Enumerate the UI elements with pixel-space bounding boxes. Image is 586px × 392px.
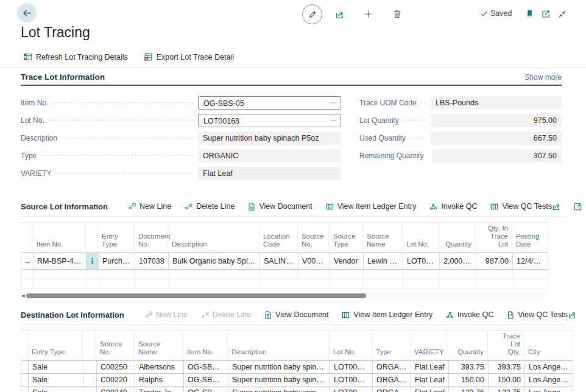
cell-lot-no[interactable]: LOT00168 (330, 374, 373, 387)
col-header-source-name[interactable]: Source Name (135, 331, 183, 360)
cell-source-no[interactable]: C00220 (97, 374, 135, 387)
cell-source-name[interactable]: Trader Joe's (135, 387, 184, 392)
cell-source-type[interactable]: Vendor (330, 253, 364, 270)
source-view-item-ledger-button[interactable]: View Item Ledger Entry (325, 202, 417, 211)
cell-city[interactable]: Los Angeles (525, 361, 573, 374)
collapse-button[interactable] (557, 9, 567, 19)
cell-qty-in-trace-lot[interactable]: 987.00 (476, 253, 513, 270)
cell-variety[interactable]: Flat Leaf (411, 387, 449, 392)
cell-quantity[interactable]: 123.75 (449, 387, 489, 392)
cell-city[interactable]: Los Angeles (525, 387, 573, 392)
cell-item-no[interactable]: OG-SBS-05 (184, 361, 228, 374)
share-icon[interactable] (568, 310, 577, 320)
row-menu-cell[interactable] (83, 361, 97, 374)
col-header-posting-date[interactable]: Posting Date (512, 223, 548, 252)
share-icon[interactable] (552, 201, 562, 211)
cell-entry-type[interactable]: Purchase (99, 253, 135, 270)
source-view-document-button[interactable]: View Document (247, 202, 312, 211)
row-menu-button[interactable]: ⋮ (86, 253, 99, 270)
col-header-document-no[interactable]: Document No. (135, 223, 168, 252)
delete-button[interactable] (392, 9, 402, 19)
col-header-item-no[interactable]: Item No. (33, 223, 86, 252)
row-selector[interactable] (21, 361, 29, 374)
cell-item-no[interactable]: OG-SBS-05 (184, 374, 228, 387)
destination-view-qc-tests-button[interactable]: View QC Tests (506, 310, 568, 320)
cell-type[interactable]: ORGANIC (373, 361, 411, 374)
share-button[interactable] (335, 9, 345, 19)
cell-source-name[interactable]: Ralphs (135, 374, 184, 387)
open-window-button[interactable] (541, 9, 551, 19)
cell-type[interactable]: ORGANIC (373, 387, 411, 392)
open-in-window-icon[interactable] (573, 202, 582, 211)
cell-location-code[interactable]: SALINAS (260, 253, 298, 270)
cell-source-no[interactable]: C00250 (97, 361, 135, 374)
cell-source-no[interactable]: C00240 (97, 387, 135, 392)
edit-button[interactable] (302, 4, 322, 24)
destination-invoke-qc-button[interactable]: Invoke QC (445, 310, 493, 320)
refresh-lot-tracing-button[interactable]: Refresh Lot Tracing Details (23, 52, 128, 61)
cell-variety[interactable]: Flat Leaf (411, 374, 449, 387)
col-header-location-code[interactable]: Location Code (259, 223, 298, 252)
cell-city[interactable]: Los Angeles (525, 374, 573, 387)
row-selector[interactable] (21, 387, 29, 392)
cell-lot-no[interactable]: LOT00168 (330, 361, 373, 374)
source-new-line-button[interactable]: New Line (127, 202, 171, 211)
horizontal-scrollbar[interactable]: ◀ (21, 293, 548, 299)
scroll-left-arrow[interactable]: ◀ (21, 293, 26, 299)
row-menu-cell[interactable] (83, 387, 97, 392)
source-invoke-qc-button[interactable]: Invoke QC (429, 202, 477, 211)
cell-lot-no[interactable]: LOT00167 (403, 253, 440, 270)
col-header-source-type[interactable]: Source Type (330, 223, 363, 252)
cell-lot-no[interactable]: LOT00168 (330, 387, 373, 392)
cell-document-no[interactable]: 107038 (135, 253, 169, 270)
cell-quantity[interactable]: 2,000.00 (440, 253, 476, 270)
cell-description[interactable]: Super nutrition baby spinach 5oz (228, 387, 330, 392)
destination-view-item-ledger-button[interactable]: View Item Ledger Entry (341, 310, 432, 320)
col-header-lot-no[interactable]: Lot No. (403, 223, 439, 252)
col-header-city[interactable]: City (524, 331, 573, 360)
col-header-entry-type[interactable]: Entry Type (28, 331, 83, 360)
item-no-assist-button[interactable]: ⋯ (330, 97, 337, 109)
col-header-entry-type[interactable]: Entry Type (98, 223, 135, 252)
destination-view-document-button[interactable]: View Document (264, 310, 328, 320)
col-header-description[interactable]: Description (168, 223, 259, 252)
col-header-source-no[interactable]: Source No. (298, 223, 330, 252)
source-delete-line-button[interactable]: Delete Line (184, 202, 235, 211)
cell-description[interactable]: Super nutrition baby spinach 5oz (228, 361, 330, 374)
col-header-source-no[interactable]: Source No. (96, 331, 135, 360)
add-button[interactable] (364, 9, 373, 19)
col-header-variety[interactable]: VARIETY (411, 331, 448, 360)
col-header-qty-in-trace-lot[interactable]: Qty. In Trace Lot (476, 223, 512, 252)
cell-entry-type[interactable]: Sale (29, 374, 83, 387)
cell-entry-type[interactable]: Sale (29, 361, 83, 374)
bookmark-button[interactable] (525, 9, 534, 18)
col-header-description[interactable]: Description (228, 331, 330, 360)
col-header-source-name[interactable]: Source Name (363, 223, 403, 252)
row-selector-arrow[interactable]: → (21, 253, 34, 270)
col-header-item-no[interactable]: Item No. (183, 331, 228, 360)
cell-quantity[interactable]: 150.00 (449, 374, 489, 387)
cell-trace-lot-qty[interactable]: 393.75 (489, 361, 525, 374)
col-header-trace-lot-qty[interactable]: Trace Lot Qty. (488, 331, 524, 360)
cell-variety[interactable]: Flat Leaf (411, 361, 449, 374)
cell-type[interactable]: ORGANIC (373, 374, 411, 387)
cell-source-name[interactable]: Lewin Farms (364, 253, 403, 270)
row-menu-cell[interactable] (83, 374, 97, 387)
col-header-type[interactable]: Type (372, 331, 411, 360)
col-header-quantity[interactable]: Quantity (448, 331, 488, 360)
cell-trace-lot-qty[interactable]: 150.00 (489, 374, 525, 387)
cell-description[interactable]: Super nutrition baby spinach 5oz (228, 374, 330, 387)
show-more-link[interactable]: Show more (524, 73, 562, 82)
cell-item-no[interactable]: OG-SBS-05 (184, 387, 228, 392)
cell-quantity[interactable]: 393.75 (449, 361, 489, 374)
item-no-input[interactable] (203, 97, 327, 110)
cell-description[interactable]: Bulk Organic baby Spinach I... (169, 253, 260, 270)
export-lot-trace-button[interactable]: Export Lot Trace Detail (144, 52, 234, 61)
cell-posting-date[interactable]: 12/4/2025 (513, 253, 548, 270)
col-header-lot-no[interactable]: Lot No. (330, 331, 372, 360)
row-selector[interactable] (21, 374, 29, 387)
cell-source-name[interactable]: Albertsons (135, 361, 184, 374)
source-view-qc-tests-button[interactable]: View QC Tests (490, 202, 552, 211)
cell-source-no[interactable]: V00170 (298, 253, 330, 270)
cell-trace-lot-qty[interactable]: 123.75 (489, 387, 525, 392)
